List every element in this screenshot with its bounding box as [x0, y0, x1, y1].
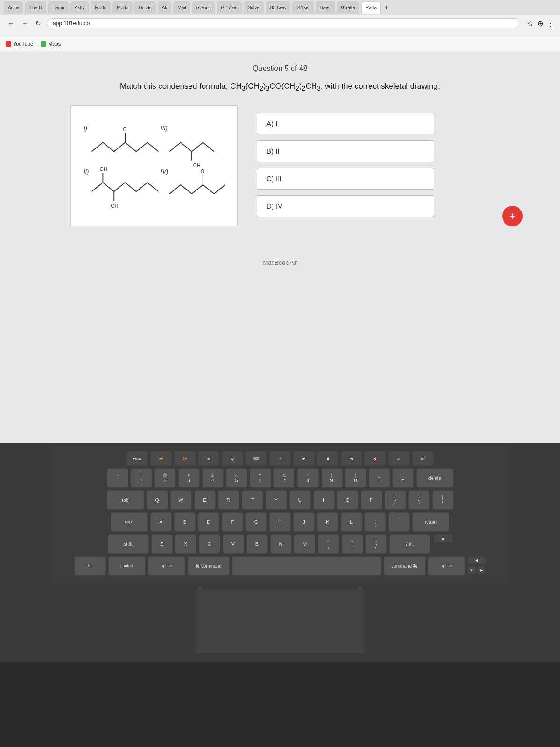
key-f9[interactable]: ⏭ — [341, 451, 362, 466]
key-f11[interactable]: 🔉 — [388, 451, 410, 466]
key-semicolon[interactable]: :; — [364, 512, 386, 532]
key-b[interactable]: B — [246, 534, 268, 554]
key-option-right[interactable]: option — [428, 556, 465, 576]
key-command-left[interactable]: ⌘ command — [188, 556, 230, 576]
key-q[interactable]: Q — [147, 490, 168, 510]
tab-1set[interactable]: S 1set — [292, 1, 314, 14]
key-command-right[interactable]: command ⌘ — [384, 556, 426, 576]
key-9[interactable]: (9 — [321, 468, 343, 488]
key-m[interactable]: M — [294, 534, 315, 554]
forward-button[interactable]: → — [20, 19, 30, 28]
tab-17ou[interactable]: G 17 ou — [217, 1, 242, 14]
key-k[interactable]: K — [317, 512, 338, 532]
key-quote[interactable]: "' — [388, 512, 410, 532]
key-2[interactable]: @2 — [154, 468, 176, 488]
key-esc[interactable]: esc — [126, 451, 148, 466]
key-w[interactable]: W — [170, 490, 192, 510]
key-e[interactable]: E — [194, 490, 216, 510]
key-f3[interactable]: ⊟ — [198, 451, 219, 466]
tab-theu[interactable]: The U — [25, 1, 46, 14]
tab-succ[interactable]: b Succ — [192, 1, 215, 14]
key-o[interactable]: O — [337, 490, 358, 510]
key-r[interactable]: R — [218, 490, 239, 510]
key-f1[interactable]: 🔅 — [150, 451, 172, 466]
key-delete[interactable]: delete — [416, 468, 454, 488]
key-s[interactable]: S — [174, 512, 196, 532]
key-period[interactable]: >. — [342, 534, 363, 554]
key-v[interactable]: V — [223, 534, 244, 554]
key-7[interactable]: &7 — [273, 468, 295, 488]
key-4[interactable]: $4 — [202, 468, 224, 488]
key-equals[interactable]: += — [392, 468, 414, 488]
key-3[interactable]: #3 — [178, 468, 200, 488]
key-f[interactable]: F — [222, 512, 243, 532]
key-down[interactable]: ▼ — [468, 566, 476, 574]
key-j[interactable]: J — [293, 512, 315, 532]
key-option-left[interactable]: option — [148, 556, 185, 576]
menu-icon[interactable]: ⋮ — [547, 19, 554, 28]
key-return[interactable]: return — [412, 512, 449, 532]
key-tab[interactable]: tab — [107, 490, 144, 510]
key-rshift[interactable]: shift — [389, 534, 430, 554]
key-comma[interactable]: <, — [318, 534, 339, 554]
key-rbracket[interactable]: }] — [408, 490, 430, 510]
key-f5[interactable]: ⌨ — [245, 451, 267, 466]
answer-option-b[interactable]: B) II — [257, 140, 434, 162]
key-a[interactable]: A — [150, 512, 172, 532]
tab-activi[interactable]: Activi — [4, 1, 23, 14]
key-right[interactable]: ▶ — [477, 566, 486, 574]
key-f10[interactable]: 🔇 — [364, 451, 386, 466]
key-f4[interactable]: Q — [222, 451, 243, 466]
key-up[interactable]: ▲ — [434, 534, 453, 543]
new-tab-button[interactable]: + — [385, 3, 389, 12]
key-backtick[interactable]: ~` — [107, 468, 128, 488]
tab-drsc[interactable]: Dr. Sc — [134, 1, 155, 14]
key-c[interactable]: C — [199, 534, 220, 554]
tab-ratta[interactable]: Ratta — [361, 1, 381, 14]
key-backslash[interactable]: |\ — [432, 490, 454, 510]
key-g[interactable]: G — [245, 512, 267, 532]
extensions-icon[interactable]: ⊕ — [537, 19, 543, 28]
tab-mail[interactable]: Mail — [173, 1, 190, 14]
tab-gratta[interactable]: G ratta — [337, 1, 360, 14]
key-y[interactable]: Y — [266, 490, 287, 510]
key-lbracket[interactable]: {[ — [385, 490, 406, 510]
key-6[interactable]: ^6 — [250, 468, 271, 488]
key-f8[interactable]: ⏸ — [317, 451, 338, 466]
tab-ak[interactable]: Ak — [158, 1, 172, 14]
key-5[interactable]: %5 — [226, 468, 247, 488]
key-f12[interactable]: 🔊 — [412, 451, 434, 466]
tab-solve[interactable]: Solve — [244, 1, 264, 14]
answer-option-c[interactable]: C) III — [257, 168, 434, 190]
key-0[interactable]: )0 — [345, 468, 366, 488]
key-p[interactable]: P — [361, 490, 382, 510]
key-space[interactable] — [232, 556, 381, 576]
key-i[interactable]: I — [313, 490, 335, 510]
key-8[interactable]: *8 — [297, 468, 319, 488]
key-t[interactable]: T — [242, 490, 263, 510]
key-lshift[interactable]: shift — [108, 534, 149, 554]
key-x[interactable]: X — [175, 534, 196, 554]
key-f7[interactable]: ⏮ — [293, 451, 315, 466]
key-slash[interactable]: ?/ — [365, 534, 387, 554]
key-h[interactable]: H — [269, 512, 291, 532]
tab-u0new[interactable]: U0 New — [266, 1, 291, 14]
back-button[interactable]: ← — [6, 19, 16, 28]
key-left[interactable]: ◀ — [468, 556, 486, 564]
answer-option-a[interactable]: A) I — [257, 113, 434, 134]
tab-modu1[interactable]: Modu — [91, 1, 111, 14]
bookmark-maps[interactable]: Maps — [41, 41, 61, 47]
refresh-button[interactable]: ↻ — [34, 19, 43, 28]
tab-aktiv[interactable]: Aktiv — [70, 1, 89, 14]
tab-begin[interactable]: Begin — [48, 1, 69, 14]
key-caps[interactable]: caps — [111, 512, 148, 532]
key-l[interactable]: L — [341, 512, 362, 532]
key-f2[interactable]: 🔆 — [174, 451, 196, 466]
tab-bayo[interactable]: Bayo — [316, 1, 335, 14]
url-input[interactable]: app.101edu.co — [47, 18, 519, 28]
key-f6[interactable]: ☀ — [269, 451, 291, 466]
key-u[interactable]: U — [289, 490, 311, 510]
answer-option-d[interactable]: D) IV — [257, 195, 434, 217]
key-ctrl[interactable]: control — [108, 556, 146, 576]
key-minus[interactable]: _- — [369, 468, 390, 488]
